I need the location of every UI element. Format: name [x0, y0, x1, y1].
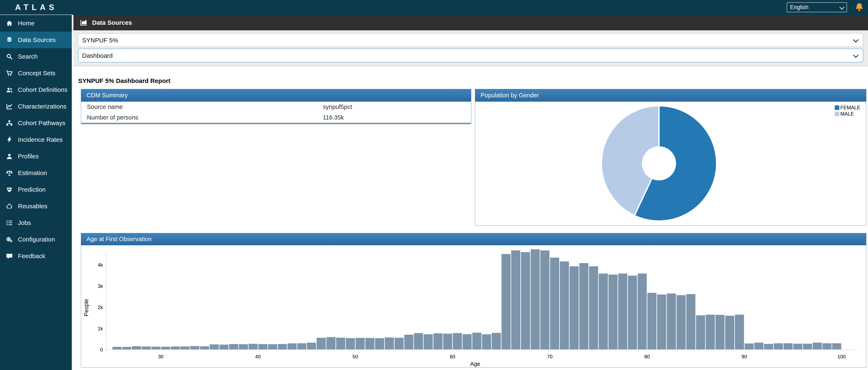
hist-bar-age-85[interactable] [696, 315, 705, 349]
hist-bar-age-60[interactable] [453, 333, 462, 349]
hist-bar-age-48[interactable] [336, 338, 345, 349]
hist-bar-age-35[interactable] [210, 344, 219, 349]
hist-bar-age-84[interactable] [686, 294, 695, 349]
hist-bar-age-91[interactable] [754, 343, 764, 349]
hist-bar-age-77[interactable] [618, 274, 627, 349]
sidebar-item-prediction[interactable]: Prediction [0, 181, 72, 198]
hist-bar-age-51[interactable] [365, 338, 374, 349]
hist-bar-age-88[interactable] [725, 316, 734, 349]
hist-bar-age-45[interactable] [307, 343, 316, 349]
hist-bar-age-71[interactable] [560, 262, 569, 349]
app-logo[interactable]: ATLAS [0, 0, 72, 15]
hist-bar-age-39[interactable] [248, 344, 258, 349]
hist-bar-age-87[interactable] [715, 315, 724, 349]
hist-bar-age-58[interactable] [433, 333, 442, 350]
hist-bar-age-29[interactable] [151, 347, 160, 349]
hist-bar-age-61[interactable] [463, 334, 472, 350]
hist-bar-age-70[interactable] [550, 258, 559, 349]
hist-bar-age-64[interactable] [492, 333, 501, 349]
hist-bar-age-96[interactable] [803, 344, 812, 349]
hist-bar-age-99[interactable] [832, 343, 841, 349]
hist-bar-age-43[interactable] [288, 343, 297, 349]
sidebar-item-estimation[interactable]: Estimation [0, 165, 72, 181]
hist-bar-age-93[interactable] [774, 343, 783, 349]
hist-bar-age-30[interactable] [161, 347, 170, 349]
hist-bar-age-53[interactable] [385, 337, 394, 349]
source-select[interactable]: SYNPUF 5% [78, 33, 863, 47]
hist-bar-age-66[interactable] [511, 250, 520, 349]
hist-bar-age-44[interactable] [297, 343, 306, 349]
report-select[interactable]: Dashboard [78, 48, 863, 62]
hist-bar-age-80[interactable] [647, 293, 656, 349]
hist-bar-age-81[interactable] [657, 295, 666, 349]
hist-bar-age-62[interactable] [472, 333, 482, 349]
hist-bar-age-82[interactable] [667, 294, 676, 349]
hist-bar-age-26[interactable] [122, 347, 131, 349]
hist-bar-age-86[interactable] [706, 315, 715, 349]
hist-bar-age-74[interactable] [589, 266, 598, 349]
hist-bar-age-72[interactable] [569, 266, 579, 349]
hist-bar-age-89[interactable] [735, 315, 744, 349]
hist-bar-age-28[interactable] [142, 346, 151, 349]
gender-donut-chart[interactable] [475, 102, 866, 225]
sidebar-item-cohort-pathways[interactable]: Cohort Pathways [0, 115, 72, 131]
hist-bar-age-57[interactable] [424, 334, 433, 349]
hist-bar-age-73[interactable] [579, 263, 589, 349]
sidebar-item-feedback[interactable]: Feedback [0, 248, 72, 264]
language-select[interactable]: English [787, 2, 847, 12]
hist-bar-age-94[interactable] [783, 343, 793, 349]
hist-bar-age-33[interactable] [190, 346, 199, 349]
hist-bar-age-41[interactable] [268, 344, 277, 349]
age-histogram-chart[interactable]: 01k2k3k4k30405060708090100AgePeople [81, 245, 866, 367]
hist-bar-age-47[interactable] [327, 337, 336, 349]
hist-bar-age-65[interactable] [502, 254, 511, 349]
hist-bar-age-50[interactable] [355, 338, 365, 349]
hist-bar-age-27[interactable] [132, 346, 141, 349]
sidebar-item-cohort-definitions[interactable]: Cohort Definitions [0, 81, 72, 98]
hist-bar-age-75[interactable] [599, 274, 608, 349]
hist-bar-age-54[interactable] [395, 338, 404, 349]
sidebar-item-profiles[interactable]: Profiles [0, 148, 72, 165]
legend-item[interactable]: MALE [835, 111, 860, 117]
hist-bar-age-32[interactable] [181, 346, 190, 349]
hist-bar-age-37[interactable] [229, 344, 238, 349]
sidebar-item-characterizations[interactable]: Characterizations [0, 98, 72, 115]
hist-bar-age-55[interactable] [404, 335, 413, 349]
hist-bar-age-52[interactable] [375, 338, 384, 349]
hist-bar-age-25[interactable] [113, 347, 122, 349]
sidebar-item-search[interactable]: Search [0, 48, 72, 65]
hist-bar-age-59[interactable] [443, 334, 452, 349]
hist-bar-age-79[interactable] [638, 274, 647, 349]
hist-bar-age-83[interactable] [677, 295, 686, 349]
sidebar-item-home[interactable]: Home [0, 15, 72, 32]
hist-bar-age-97[interactable] [813, 343, 822, 349]
sidebar-item-concept-sets[interactable]: Concept Sets [0, 65, 72, 81]
hist-bar-age-67[interactable] [521, 252, 530, 349]
sidebar-item-data-sources[interactable]: Data Sources [0, 32, 72, 48]
notifications-bell-icon[interactable] [854, 2, 865, 13]
hist-bar-age-78[interactable] [628, 276, 637, 349]
heart-pulse-icon [6, 186, 13, 193]
hist-bar-age-90[interactable] [745, 343, 754, 349]
hist-bar-age-42[interactable] [278, 344, 287, 349]
sidebar-item-jobs[interactable]: Jobs [0, 214, 72, 231]
hist-bar-age-68[interactable] [531, 249, 540, 350]
hist-bar-age-76[interactable] [609, 275, 618, 349]
hist-bar-age-56[interactable] [414, 333, 423, 349]
hist-bar-age-46[interactable] [317, 338, 326, 349]
hist-bar-age-49[interactable] [346, 338, 355, 349]
hist-bar-age-95[interactable] [793, 344, 803, 349]
sidebar-item-incidence-rates[interactable]: Incidence Rates [0, 131, 72, 148]
hist-bar-age-34[interactable] [200, 346, 209, 349]
hist-bar-age-40[interactable] [258, 344, 268, 349]
hist-bar-age-98[interactable] [823, 343, 832, 349]
hist-bar-age-36[interactable] [219, 345, 228, 349]
sidebar-item-configuration[interactable]: Configuration [0, 231, 72, 248]
hist-bar-age-69[interactable] [540, 250, 550, 349]
hist-bar-age-38[interactable] [239, 344, 248, 349]
legend-item[interactable]: FEMALE [835, 105, 860, 111]
hist-bar-age-31[interactable] [171, 346, 180, 349]
hist-bar-age-92[interactable] [764, 344, 773, 350]
hist-bar-age-63[interactable] [482, 334, 491, 349]
sidebar-item-reusables[interactable]: Reusables [0, 198, 72, 214]
